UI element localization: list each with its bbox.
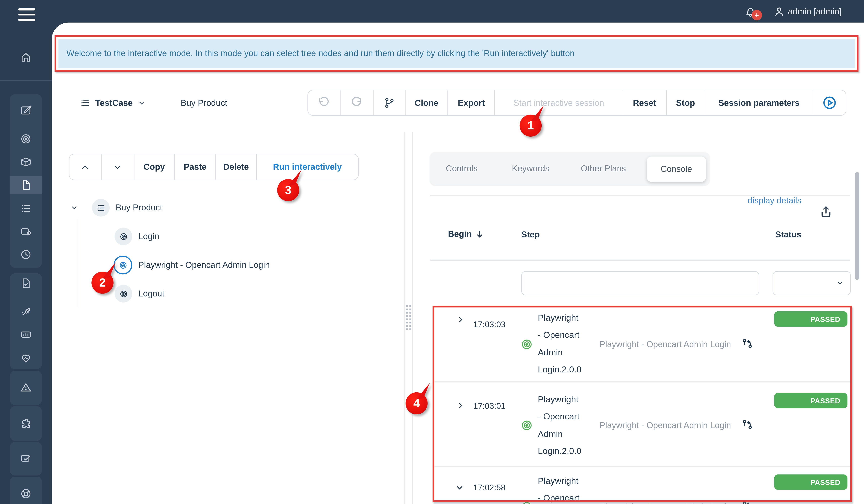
notification-badge: + (752, 10, 762, 20)
tree-toolbar: Copy Paste Delete Run interactively (69, 154, 359, 180)
tree-node-login-icon[interactable] (115, 228, 132, 245)
status-badge: PASSED (774, 393, 848, 408)
chevron-down-icon (138, 99, 145, 107)
testcase-type-dropdown[interactable]: TestCase (80, 90, 145, 116)
export-log-icon[interactable] (819, 204, 833, 219)
bar-chart-icon[interactable] (20, 328, 32, 340)
annotation-balloon-4: 4 (406, 392, 428, 415)
device-icon[interactable] (20, 225, 32, 237)
tab-controls[interactable]: Controls (433, 152, 490, 185)
keyword-name: Playwright - Opencart Admin Login (600, 420, 731, 430)
move-up-button[interactable] (70, 154, 102, 180)
user-menu[interactable]: admin [admin] (788, 7, 842, 16)
tab-keywords[interactable]: Keywords (502, 152, 559, 185)
file-check-icon[interactable] (20, 277, 32, 289)
column-header-begin[interactable]: Begin (448, 229, 472, 239)
vertical-scrollbar[interactable] (855, 172, 859, 280)
target-icon[interactable] (20, 133, 32, 145)
branch-button[interactable] (373, 91, 405, 115)
paste-button[interactable]: Paste (175, 154, 216, 180)
tree-guide-line (77, 219, 78, 307)
warning-icon[interactable] (20, 381, 32, 393)
documents-icon[interactable] (20, 179, 32, 191)
tree-node-login[interactable]: Login (138, 229, 159, 244)
session-parameters-button[interactable]: Session parameters (705, 91, 813, 115)
tree-node-playwright[interactable]: Playwright - Opencart Admin Login (138, 257, 270, 273)
status-badge: PASSED (774, 311, 848, 327)
row-collapse-icon[interactable] (455, 483, 464, 492)
screen-check-icon[interactable] (20, 452, 32, 464)
row-begin-time: 17:03:01 (473, 401, 506, 411)
user-icon (773, 5, 785, 17)
health-heart-icon[interactable] (20, 352, 32, 364)
keyword-name: Playwright - Opencart Admin Login (600, 502, 731, 504)
copy-button[interactable]: Copy (134, 154, 175, 180)
start-interactive-session-button[interactable]: Start interactive session (495, 91, 623, 115)
tab-other-plans[interactable]: Other Plans (570, 152, 636, 185)
edit-icon[interactable] (20, 104, 32, 116)
tab-console[interactable]: Console (647, 156, 706, 182)
tree-node-logout[interactable]: Logout (138, 286, 164, 301)
redo-button[interactable] (340, 91, 373, 115)
annotation-balloon-1: 1 (520, 115, 542, 136)
rocket-icon[interactable] (20, 306, 32, 318)
delete-button[interactable]: Delete (216, 154, 257, 180)
puzzle-icon[interactable] (20, 417, 32, 429)
tree-root-icon[interactable] (92, 199, 110, 217)
column-header-status[interactable]: Status (775, 230, 801, 240)
row-separator (433, 466, 850, 467)
column-header-step[interactable]: Step (521, 230, 540, 240)
play-icon (822, 95, 837, 110)
clone-button[interactable]: Clone (405, 91, 448, 115)
chevron-up-icon (81, 163, 89, 171)
undo-button[interactable] (308, 91, 340, 115)
splitter-line-left (404, 132, 405, 504)
status-filter-chevron-icon[interactable] (837, 279, 844, 287)
row-begin-time: 17:03:03 (473, 320, 506, 329)
undo-icon (318, 96, 330, 109)
tree-root-collapse-icon[interactable] (71, 204, 78, 212)
annotation-balloon-2: 2 (92, 272, 113, 293)
fork-icon[interactable] (741, 419, 754, 432)
chevron-down-icon (113, 163, 122, 171)
content-area: Welcome to the interactive mode. In this… (52, 23, 864, 504)
row-expand-icon[interactable] (457, 316, 465, 323)
home-icon[interactable] (20, 51, 32, 63)
support-icon[interactable] (20, 488, 32, 500)
tree-node-root[interactable]: Buy Product (116, 200, 162, 215)
export-button[interactable]: Export (448, 91, 495, 115)
redo-icon (350, 96, 363, 109)
reset-button[interactable]: Reset (623, 91, 667, 115)
app-root: + admin [admin] (0, 0, 864, 504)
status-badge: PASSED (774, 475, 848, 490)
step-filter-input[interactable] (521, 271, 759, 296)
play-button[interactable] (813, 91, 846, 115)
keyword-name: Playwright - Opencart Admin Login (600, 339, 731, 349)
display-details-link[interactable]: display details (748, 196, 801, 206)
splitter-handle[interactable] (406, 305, 411, 330)
tree-node-logout-icon[interactable] (115, 285, 132, 303)
sort-descending-icon[interactable] (475, 229, 484, 239)
fork-icon[interactable] (741, 501, 754, 504)
tree-node-playwright-icon-selected[interactable] (113, 256, 132, 274)
list-icon[interactable] (20, 202, 32, 214)
step-name[interactable]: Playwright- Opencart AdminLogin.2.0.0 (538, 391, 601, 460)
row-begin-time: 17:02:58 (473, 483, 506, 492)
header-underline (430, 260, 850, 261)
step-target-icon (521, 419, 533, 431)
top-bar: + admin [admin] (0, 0, 864, 23)
step-name[interactable]: Playwright- Opencart AdminLogin.2.0.0 (538, 472, 601, 504)
package-icon[interactable] (20, 156, 32, 168)
step-name[interactable]: Playwright- Opencart AdminLogin.2.0.0 (538, 309, 601, 379)
move-down-button[interactable] (102, 154, 134, 180)
run-interactively-button[interactable]: Run interactively (257, 154, 358, 180)
fork-icon[interactable] (741, 338, 754, 351)
testcase-type-label: TestCase (95, 98, 133, 108)
clock-icon[interactable] (20, 249, 32, 261)
hamburger-menu-icon[interactable] (18, 5, 35, 24)
row-expand-icon[interactable] (457, 402, 465, 409)
splitter-line-right (412, 132, 413, 504)
welcome-banner: Welcome to the interactive mode. In this… (58, 39, 855, 68)
stop-button[interactable]: Stop (667, 91, 705, 115)
sidebar-divider (0, 80, 52, 81)
